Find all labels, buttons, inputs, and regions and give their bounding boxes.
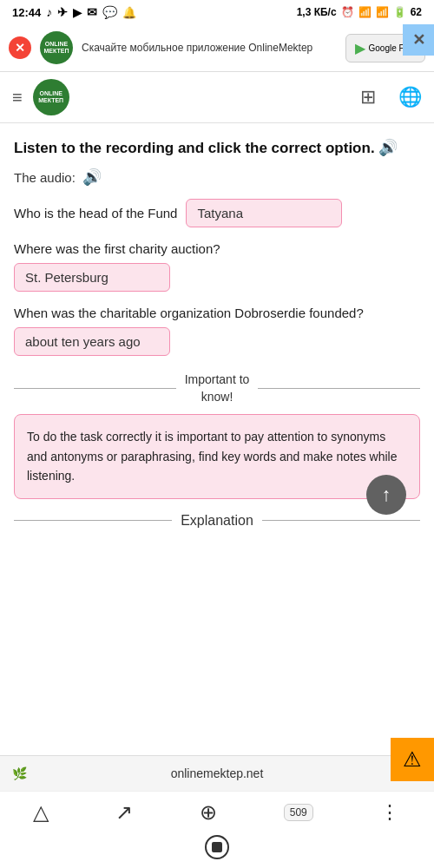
wifi-icon: 📶 (376, 6, 389, 18)
important-text: Important to know! (185, 372, 250, 405)
globe-icon[interactable]: 🌐 (398, 86, 422, 108)
time: 12:44 (12, 6, 41, 19)
warning-button[interactable]: ⚠ (391, 738, 434, 781)
google-play-icon: ▶ (355, 40, 365, 56)
status-right: 1,3 КБ/с ⏰ 📶 📶 🔋 62 (297, 6, 422, 18)
left-divider (14, 388, 176, 389)
menu-grid-icon[interactable]: ⊞ (360, 86, 376, 108)
ad-banner: ✕ ONLINE МЕКТЕП Скачайте мобильное прило… (0, 24, 434, 72)
battery-icon: 🔋 (393, 6, 406, 18)
ad-logo: ONLINE МЕКТЕП (40, 31, 73, 64)
home-button[interactable] (205, 835, 229, 859)
browser-favicon-icon: 🌿 (12, 766, 27, 780)
explanation-label: Explanation (181, 513, 253, 529)
right-divider (258, 388, 420, 389)
home-icon (212, 842, 222, 852)
hamburger-icon[interactable]: ≡ (12, 88, 23, 108)
scroll-top-button[interactable]: ↑ (366, 475, 406, 515)
ad-text: Скачайте мобильное приложение OnlineMekt… (82, 41, 337, 56)
audio-row: The audio: 🔊 (14, 168, 420, 187)
main-content: Listen to the recording and click the co… (0, 123, 434, 755)
audio-play-icon[interactable]: 🔊 (82, 168, 102, 187)
nav-share-icon[interactable]: ↗ (115, 800, 133, 825)
status-left: 12:44 ♪ ✈ ▶ ✉ 💬 🔔 (12, 5, 136, 19)
device-nav-bar: △ ↗ ⊕ 509 ⋮ (0, 791, 434, 830)
answer-3-input[interactable]: about ten years ago (14, 327, 170, 356)
banner-dismiss-button[interactable]: ✕ (403, 24, 434, 56)
nav-more-icon[interactable]: ⋮ (380, 801, 401, 824)
nav-add-icon[interactable]: ⊕ (200, 800, 217, 825)
signal-icon: 📶 (358, 6, 372, 18)
telegram-icon: ✈ (57, 5, 68, 19)
alarm-icon: ⏰ (341, 6, 354, 18)
mail-icon: ✉ (87, 5, 97, 19)
battery-level: 62 (411, 6, 422, 18)
whatsapp-icon: 💬 (102, 5, 117, 19)
home-area (0, 830, 434, 868)
browser-bar: 🌿 onlinemektep.net ↻ (0, 755, 434, 791)
answer-1-input[interactable]: Tatyana (186, 199, 342, 227)
content-wrapper: Listen to the recording and click the co… (14, 137, 420, 529)
question-1-text: Who is the head of the Fund (14, 206, 177, 220)
info-box-text: To do the task correctly it is important… (27, 430, 397, 483)
nav-logo: ONLINE МЕКТЕП (33, 79, 69, 115)
instruction-title: Listen to the recording and click the co… (14, 137, 420, 159)
youtube-icon: ▶ (73, 6, 82, 19)
audio-label: The audio: (14, 170, 76, 185)
answer-2-input[interactable]: St. Petersburg (14, 263, 170, 292)
question-3-text: When was the charitable organization Dob… (14, 304, 420, 322)
explanation-left-divider (14, 520, 172, 521)
nav-triangle-icon[interactable]: △ (33, 800, 49, 825)
ad-close-button[interactable]: ✕ (9, 36, 31, 59)
nav-badge[interactable]: 509 (284, 804, 313, 821)
question-2-text: Where was the first charity auction? (14, 240, 420, 258)
notification-icon: 🔔 (122, 6, 136, 19)
network-speed: 1,3 КБ/с (297, 6, 337, 18)
title-audio-icon[interactable]: 🔊 (378, 139, 398, 156)
important-row: Important to know! (14, 372, 420, 405)
question-2-block: Where was the first charity auction? St.… (14, 240, 420, 292)
info-box: To do the task correctly it is important… (14, 414, 420, 498)
explanation-right-divider (262, 520, 420, 521)
status-bar: 12:44 ♪ ✈ ▶ ✉ 💬 🔔 1,3 КБ/с ⏰ 📶 📶 🔋 62 (0, 0, 434, 24)
browser-url[interactable]: onlinemektep.net (34, 766, 400, 780)
explanation-row: Explanation (14, 513, 420, 529)
nav-bar: ≡ ONLINE МЕКТЕП ⊞ 🌐 (0, 72, 434, 123)
tiktok-icon: ♪ (46, 5, 52, 19)
question-3-block: When was the charitable organization Dob… (14, 304, 420, 356)
question-1-row: Who is the head of the Fund Tatyana (14, 199, 420, 227)
